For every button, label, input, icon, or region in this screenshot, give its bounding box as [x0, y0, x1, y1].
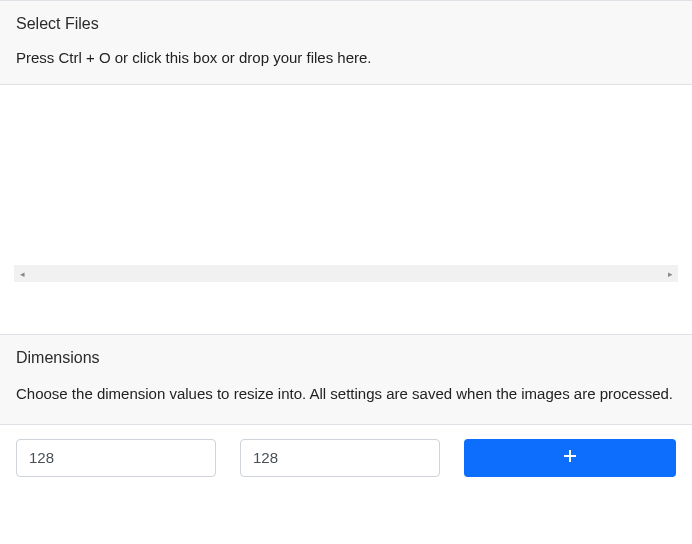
- dimensions-description: Choose the dimension values to resize in…: [16, 383, 676, 406]
- scroll-left-arrow-icon[interactable]: ◂: [14, 265, 30, 282]
- select-files-description: Press Ctrl + O or click this box or drop…: [16, 49, 676, 66]
- width-input[interactable]: [16, 439, 216, 477]
- horizontal-scrollbar[interactable]: ◂ ▸: [14, 265, 678, 282]
- scroll-right-arrow-icon[interactable]: ▸: [662, 265, 678, 282]
- dimensions-section: Dimensions Choose the dimension values t…: [0, 334, 692, 425]
- add-dimension-button[interactable]: [464, 439, 676, 477]
- dimensions-controls: [0, 425, 692, 485]
- spacer: [0, 288, 692, 334]
- dimensions-title: Dimensions: [16, 349, 676, 367]
- plus-icon: [563, 449, 577, 466]
- select-files-dropzone[interactable]: Select Files Press Ctrl + O or click thi…: [0, 0, 692, 85]
- select-files-title: Select Files: [16, 15, 676, 33]
- svg-rect-1: [564, 455, 576, 457]
- files-preview-area: [0, 85, 692, 265]
- scrollbar-track[interactable]: [30, 265, 662, 282]
- height-input[interactable]: [240, 439, 440, 477]
